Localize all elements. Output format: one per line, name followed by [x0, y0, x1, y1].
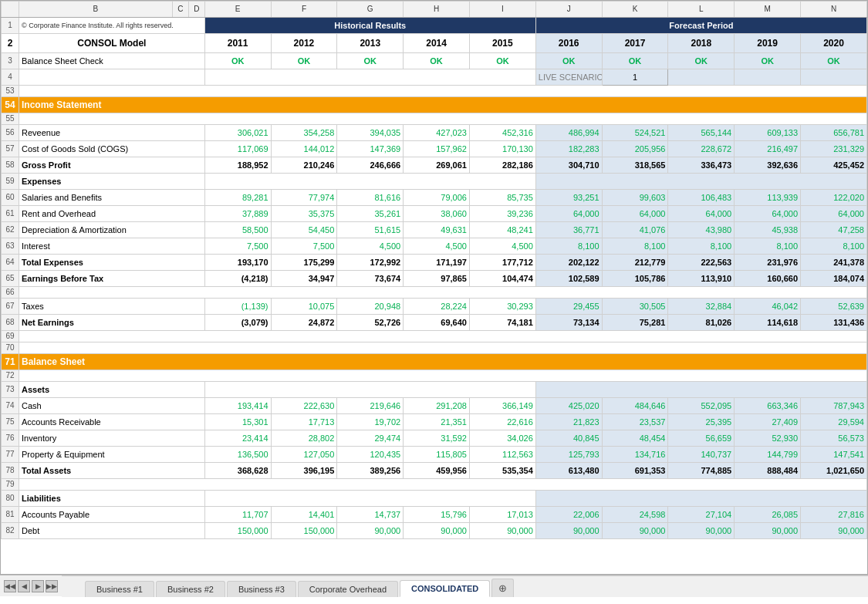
rownum-65: 65 [2, 271, 19, 287]
corner-cell [2, 2, 19, 18]
tab-consolidated[interactable]: CONSOLIDATED [400, 580, 490, 597]
tab-add-button[interactable]: ⊕ [491, 579, 514, 597]
nav-prev-btn[interactable]: ◀ [18, 580, 30, 592]
ebt-2013: 73,674 [337, 271, 404, 287]
rownum-2: 2 [2, 34, 19, 53]
row-79: 79 [2, 479, 867, 491]
nav-first-btn[interactable]: ◀◀ [4, 580, 16, 592]
ta-2011: 368,628 [204, 463, 271, 479]
tab-corporate-overhead[interactable]: Corporate Overhead [298, 581, 398, 597]
historical-header: Historical Results [204, 18, 535, 34]
ne-2011: (3,079) [204, 315, 271, 331]
rownum-55: 55 [2, 113, 19, 125]
live-scenario-value[interactable]: 1 [602, 69, 668, 86]
ar-2016: 21,823 [535, 414, 602, 430]
ap-2011: 11,707 [204, 507, 271, 523]
rownum-69: 69 [2, 331, 19, 342]
int-2011: 7,500 [204, 238, 271, 255]
taxes-label: Taxes [19, 299, 205, 315]
salaries-label: Salaries and Benefits [19, 190, 205, 206]
tab-business-3[interactable]: Business #3 [227, 581, 296, 597]
gp-2017: 318,565 [602, 157, 668, 174]
inv-2015: 34,026 [469, 430, 535, 447]
ap-2019: 26,085 [735, 507, 801, 523]
cash-2017: 484,646 [602, 398, 668, 414]
gp-2015: 282,186 [469, 157, 535, 174]
rev-2013: 394,035 [337, 125, 404, 141]
int-2020: 8,100 [801, 238, 867, 255]
debt-2020: 90,000 [801, 523, 867, 539]
year-2017: 2017 [602, 34, 668, 53]
col-header-i: I [469, 2, 535, 18]
year-2020: 2020 [801, 34, 867, 53]
ap-2012: 14,401 [271, 507, 337, 523]
ppe-2017: 134,716 [602, 447, 668, 463]
gp-2014: 269,061 [404, 157, 470, 174]
row-75: 75 Accounts Receivable 15,301 17,713 19,… [2, 414, 867, 430]
col-header-h: H [404, 2, 470, 18]
rownum-53: 53 [2, 86, 19, 97]
inv-2018: 56,659 [668, 430, 735, 447]
te-2018: 222,563 [668, 255, 735, 271]
rownum-66: 66 [2, 287, 19, 299]
int-2013: 4,500 [337, 238, 404, 255]
rownum-58: 58 [2, 157, 19, 174]
ppe-label: Property & Equipment [19, 447, 205, 463]
nav-next-btn[interactable]: ▶ [32, 580, 44, 592]
gp-2013: 246,666 [337, 157, 404, 174]
te-2013: 172,992 [337, 255, 404, 271]
tax-2012: 10,075 [271, 299, 337, 315]
inv-2016: 40,845 [535, 430, 602, 447]
exp-empty-fc [535, 174, 866, 190]
rownum-59: 59 [2, 174, 19, 190]
expenses-label: Expenses [19, 174, 205, 190]
empty-4m [801, 69, 867, 86]
model-title: CONSOL Model [19, 34, 205, 53]
ppe-2016: 125,793 [535, 447, 602, 463]
year-2012: 2012 [271, 34, 337, 53]
balance-sheet-check-label: Balance Sheet Check [19, 53, 205, 69]
empty-55 [19, 113, 867, 125]
check-2012: OK [271, 53, 337, 69]
rent-2013: 35,261 [337, 206, 404, 222]
ar-2015: 22,616 [469, 414, 535, 430]
debt-2017: 90,000 [602, 523, 668, 539]
int-2019: 8,100 [735, 238, 801, 255]
nav-last-btn[interactable]: ▶▶ [46, 580, 58, 592]
da-2020: 47,258 [801, 222, 867, 238]
check-2013: OK [337, 53, 404, 69]
tax-2013: 20,948 [337, 299, 404, 315]
cash-label: Cash [19, 398, 205, 414]
rownum-67: 67 [2, 299, 19, 315]
ebt-2019: 160,660 [735, 271, 801, 287]
tax-2020: 52,639 [801, 299, 867, 315]
ar-2018: 25,395 [668, 414, 735, 430]
te-2017: 212,779 [602, 255, 668, 271]
sal-2014: 79,006 [404, 190, 470, 206]
ap-2016: 22,006 [535, 507, 602, 523]
row-63: 63 Interest 7,500 7,500 4,500 4,500 4,50… [2, 238, 867, 255]
inv-label: Inventory [19, 430, 205, 447]
te-2019: 231,976 [735, 255, 801, 271]
tax-2019: 46,042 [735, 299, 801, 315]
row-64: 64 Total Expenses 193,170 175,299 172,99… [2, 255, 867, 271]
ap-2015: 17,013 [469, 507, 535, 523]
year-2019: 2019 [735, 34, 801, 53]
col-header-c: C [172, 2, 188, 18]
cash-2020: 787,943 [801, 398, 867, 414]
debt-2019: 90,000 [735, 523, 801, 539]
tab-nav-arrows: ◀◀ ◀ ▶ ▶▶ [0, 580, 62, 592]
inv-2019: 52,930 [735, 430, 801, 447]
income-statement-header: Income Statement [19, 97, 867, 113]
sal-2018: 106,483 [668, 190, 735, 206]
cogs-2012: 144,012 [271, 141, 337, 157]
rownum-1: 1 [2, 18, 19, 34]
tab-business-2[interactable]: Business #2 [156, 581, 225, 597]
ar-2017: 23,537 [602, 414, 668, 430]
tab-business-1[interactable]: Business #1 [85, 581, 154, 597]
te-2020: 241,378 [801, 255, 867, 271]
ppe-2011: 136,500 [204, 447, 271, 463]
rownum-81: 81 [2, 507, 19, 523]
ne-2018: 81,026 [668, 315, 735, 331]
row-81: 81 Accounts Payable 11,707 14,401 14,737… [2, 507, 867, 523]
